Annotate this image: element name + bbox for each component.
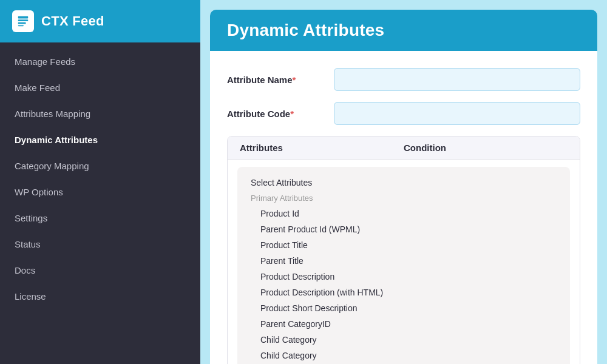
attribute-name-label: Attribute Name*	[227, 75, 324, 85]
col-attributes: Attributes	[240, 143, 404, 153]
attributes-dropdown[interactable]: Select Attributes Primary Attributes Pro…	[237, 167, 570, 364]
sidebar-title: CTX Feed	[41, 13, 104, 29]
list-item[interactable]: Parent Title	[247, 254, 560, 268]
table-header: Attributes Condition	[228, 136, 580, 160]
list-item[interactable]: Product Description	[247, 269, 560, 284]
dropdown-select-label[interactable]: Select Attributes	[247, 175, 560, 190]
col-condition: Condition	[404, 143, 568, 153]
attribute-name-input[interactable]	[334, 68, 580, 91]
main-content: Dynamic Attributes Attribute Name* Attri…	[200, 0, 607, 364]
attribute-code-row: Attribute Code*	[227, 102, 580, 125]
sidebar-item-license[interactable]: License	[0, 283, 200, 309]
sidebar-item-wp-options[interactable]: WP Options	[0, 179, 200, 205]
list-item[interactable]: Child Category	[247, 332, 560, 347]
svg-rect-0	[18, 16, 29, 19]
sidebar-item-settings[interactable]: Settings	[0, 205, 200, 231]
svg-rect-1	[18, 19, 29, 21]
svg-rect-3	[18, 25, 24, 26]
attributes-table: Attributes Condition Select Attributes P…	[227, 136, 580, 364]
list-item[interactable]: Child Category	[247, 348, 560, 363]
list-item[interactable]: Parent Product Id (WPML)	[247, 222, 560, 237]
sidebar: CTX Feed Manage Feeds Make Feed Attribut…	[0, 0, 200, 364]
attribute-code-label: Attribute Code*	[227, 109, 324, 119]
sidebar-item-attributes-mapping[interactable]: Attributes Mapping	[0, 101, 200, 127]
sidebar-item-make-feed[interactable]: Make Feed	[0, 75, 200, 101]
sidebar-item-docs[interactable]: Docs	[0, 257, 200, 283]
sidebar-item-status[interactable]: Status	[0, 231, 200, 257]
list-item[interactable]: Parent CategoryID	[247, 317, 560, 331]
page-body: Attribute Name* Attribute Code* Attribut…	[210, 51, 597, 364]
dropdown-group-label: Primary Attributes	[247, 191, 560, 205]
sidebar-item-category-mapping[interactable]: Category Mapping	[0, 153, 200, 179]
svg-rect-2	[18, 22, 26, 24]
attribute-code-required: *	[290, 109, 294, 119]
sidebar-nav: Manage Feeds Make Feed Attributes Mappin…	[0, 42, 200, 315]
attribute-name-row: Attribute Name*	[227, 68, 580, 91]
list-item[interactable]: Product Id	[247, 206, 560, 221]
page-title: Dynamic Attributes	[227, 21, 580, 40]
list-item[interactable]: Product Description (with HTML)	[247, 285, 560, 300]
attribute-code-input[interactable]	[334, 102, 580, 125]
attribute-name-required: *	[293, 75, 296, 85]
sidebar-header: CTX Feed	[0, 0, 200, 42]
sidebar-item-manage-feeds[interactable]: Manage Feeds	[0, 49, 200, 75]
sidebar-item-dynamic-attributes[interactable]: Dynamic Attributes	[0, 127, 200, 153]
logo-icon	[12, 10, 34, 32]
page-header: Dynamic Attributes	[210, 10, 597, 51]
list-item[interactable]: Product Short Description	[247, 301, 560, 315]
list-item[interactable]: Product Title	[247, 238, 560, 252]
